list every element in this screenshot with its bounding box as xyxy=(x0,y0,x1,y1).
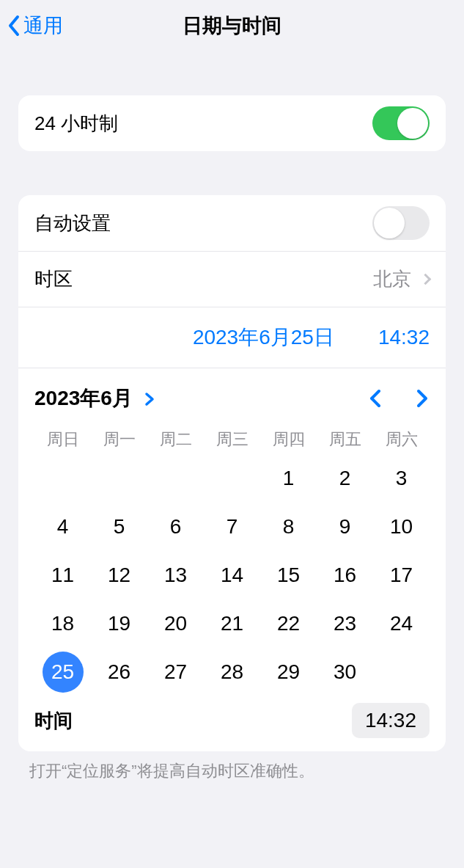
time-row: 时间 14:32 xyxy=(34,703,430,751)
24-hour-toggle[interactable] xyxy=(372,106,430,140)
calendar-day[interactable]: 18 xyxy=(43,603,84,644)
weekday-label: 周四 xyxy=(260,428,317,451)
calendar-day[interactable]: 11 xyxy=(43,555,84,596)
calendar-day[interactable]: 23 xyxy=(325,603,366,644)
prev-month-button[interactable] xyxy=(368,387,383,409)
page-title: 日期与时间 xyxy=(0,12,464,39)
weekday-label: 周一 xyxy=(91,428,147,451)
month-button[interactable]: 2023年6月 xyxy=(34,384,155,412)
calendar-day[interactable]: 10 xyxy=(381,506,422,547)
chevron-left-icon xyxy=(368,387,383,409)
weekday-label: 周三 xyxy=(204,428,260,451)
timezone-label: 时区 xyxy=(34,266,73,292)
calendar-day[interactable]: 25 xyxy=(43,652,84,693)
calendar-day[interactable]: 13 xyxy=(155,555,196,596)
auto-set-toggle[interactable] xyxy=(372,206,430,240)
calendar-day[interactable]: 26 xyxy=(99,652,140,693)
calendar-day[interactable]: 5 xyxy=(99,506,140,547)
calendar-empty xyxy=(147,458,204,499)
back-label: 通用 xyxy=(23,12,63,39)
calendar-day[interactable]: 3 xyxy=(381,458,422,499)
calendar-grid: 1234567891011121314151617181920212223242… xyxy=(34,458,430,693)
calendar-day[interactable]: 28 xyxy=(212,652,253,693)
calendar-day[interactable]: 30 xyxy=(325,652,366,693)
footer-text: 打开“定位服务”将提高自动时区准确性。 xyxy=(29,760,435,782)
calendar-empty xyxy=(204,458,260,499)
calendar-day[interactable]: 24 xyxy=(381,603,422,644)
weekday-label: 周日 xyxy=(34,428,91,451)
weekday-label: 周六 xyxy=(373,428,430,451)
month-label: 2023年6月 xyxy=(34,387,133,409)
time-label: 时间 xyxy=(34,708,73,734)
datetime-display-row: 2023年6月25日 14:32 xyxy=(18,307,446,368)
calendar-day[interactable]: 29 xyxy=(268,652,309,693)
24-hour-label: 24 小时制 xyxy=(34,111,118,136)
chevron-right-icon xyxy=(420,274,432,285)
calendar-day[interactable]: 16 xyxy=(325,555,366,596)
calendar-day[interactable]: 22 xyxy=(268,603,309,644)
calendar-day[interactable]: 8 xyxy=(268,506,309,547)
date-display[interactable]: 2023年6月25日 xyxy=(193,324,334,351)
calendar-day[interactable]: 6 xyxy=(155,506,196,547)
calendar-empty xyxy=(34,458,91,499)
calendar-day[interactable]: 1 xyxy=(268,458,309,499)
weekday-header: 周日周一周二周三周四周五周六 xyxy=(34,428,430,451)
chevron-right-icon xyxy=(415,387,430,409)
timezone-row[interactable]: 时区 北京 xyxy=(18,251,446,307)
auto-set-row: 自动设置 xyxy=(18,195,446,251)
calendar-day[interactable]: 21 xyxy=(212,603,253,644)
calendar-day[interactable]: 12 xyxy=(99,555,140,596)
time-picker-button[interactable]: 14:32 xyxy=(352,703,430,738)
calendar-day[interactable]: 19 xyxy=(99,603,140,644)
next-month-button[interactable] xyxy=(415,387,430,409)
auto-set-label: 自动设置 xyxy=(34,211,111,236)
time-display[interactable]: 14:32 xyxy=(378,326,430,349)
calendar-day[interactable]: 27 xyxy=(155,652,196,693)
calendar-day[interactable]: 2 xyxy=(325,458,366,499)
calendar-day[interactable]: 4 xyxy=(43,506,84,547)
calendar-day[interactable]: 14 xyxy=(212,555,253,596)
weekday-label: 周五 xyxy=(317,428,373,451)
weekday-label: 周二 xyxy=(147,428,204,451)
calendar-day[interactable]: 17 xyxy=(381,555,422,596)
calendar-empty xyxy=(373,652,430,693)
calendar-empty xyxy=(91,458,147,499)
chevron-left-icon xyxy=(7,15,21,37)
24-hour-row: 24 小时制 xyxy=(18,95,446,151)
calendar-day[interactable]: 9 xyxy=(325,506,366,547)
back-button[interactable]: 通用 xyxy=(7,12,63,39)
timezone-value: 北京 xyxy=(373,266,411,292)
calendar-day[interactable]: 20 xyxy=(155,603,196,644)
chevron-right-icon xyxy=(144,387,155,409)
calendar-day[interactable]: 15 xyxy=(268,555,309,596)
calendar-day[interactable]: 7 xyxy=(212,506,253,547)
